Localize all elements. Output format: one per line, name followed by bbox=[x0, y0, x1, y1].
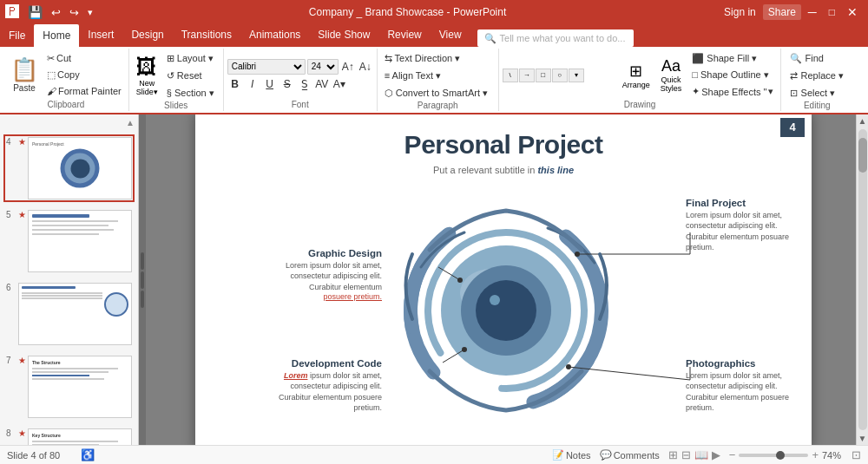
star-icon-7: ★ bbox=[18, 356, 26, 365]
shape-more-btn[interactable]: ▾ bbox=[569, 69, 584, 82]
search-placeholder: Tell me what you want to do... bbox=[500, 33, 626, 43]
increase-font-btn[interactable]: A↑ bbox=[340, 59, 356, 75]
search-box[interactable]: 🔍 Tell me what you want to do... bbox=[477, 29, 634, 47]
tab-animations[interactable]: Animations bbox=[240, 23, 309, 47]
tab-design[interactable]: Design bbox=[122, 23, 172, 47]
replace-button[interactable]: ⇄ Replace ▾ bbox=[786, 68, 846, 83]
strikethrough-btn[interactable]: S bbox=[279, 76, 295, 92]
cut-button[interactable]: ✂Cut bbox=[43, 50, 125, 66]
star-icon-4: ★ bbox=[18, 137, 26, 147]
slide-preview-5 bbox=[28, 210, 132, 272]
maximize-btn[interactable]: □ bbox=[824, 6, 840, 18]
svg-point-12 bbox=[575, 252, 580, 257]
shadow-btn[interactable]: S̲ bbox=[297, 76, 312, 92]
shape-rect-btn[interactable]: □ bbox=[536, 69, 551, 82]
slide-sorter-btn[interactable]: ⊟ bbox=[681, 448, 691, 461]
svg-point-5 bbox=[461, 265, 551, 356]
qa-customize[interactable]: ▾ bbox=[84, 5, 96, 20]
signin-link[interactable]: Sign in bbox=[719, 4, 761, 20]
shape-arrow-btn[interactable]: → bbox=[519, 69, 535, 82]
shape-fill-btn[interactable]: ⬛ Shape Fill ▾ bbox=[688, 51, 777, 67]
shape-oval-btn[interactable]: ○ bbox=[552, 69, 568, 82]
slide-preview-7: The Structure bbox=[28, 356, 132, 418]
tab-insert[interactable]: Insert bbox=[79, 23, 122, 47]
select-button[interactable]: ⊡ Select ▾ bbox=[786, 85, 846, 101]
svg-point-14 bbox=[462, 347, 467, 352]
slide-thumb-6[interactable]: 6 bbox=[3, 280, 135, 348]
normal-view-btn[interactable]: ⊞ bbox=[668, 448, 678, 461]
tab-slideshow[interactable]: Slide Show bbox=[309, 23, 378, 47]
tab-home[interactable]: Home bbox=[34, 24, 79, 47]
minimize-btn[interactable]: ─ bbox=[803, 5, 822, 19]
zoom-in-btn[interactable]: + bbox=[812, 448, 819, 461]
italic-btn[interactable]: I bbox=[245, 76, 260, 92]
decrease-font-btn[interactable]: A↓ bbox=[358, 59, 373, 75]
align-text-btn[interactable]: ≡ Align Text ▾ bbox=[381, 68, 444, 83]
fit-slide-btn[interactable]: ⊡ bbox=[852, 448, 861, 461]
tab-view[interactable]: View bbox=[431, 23, 470, 47]
scroll-thumb[interactable] bbox=[858, 138, 867, 173]
shape-outline-btn[interactable]: □ Shape Outline ▾ bbox=[688, 68, 777, 83]
quick-styles-button[interactable]: Aa Quick Styles bbox=[657, 56, 686, 94]
copy-button[interactable]: ⬚Copy bbox=[43, 67, 125, 82]
scroll-track bbox=[858, 129, 867, 430]
svg-point-2 bbox=[399, 204, 613, 417]
reading-view-btn[interactable]: 📖 bbox=[694, 448, 708, 461]
bold-btn[interactable]: B bbox=[227, 76, 243, 92]
slide-num-4: 4 bbox=[6, 137, 16, 147]
slide-thumb-8[interactable]: 8 ★ Key Structure bbox=[3, 426, 135, 445]
qa-save[interactable]: 💾 bbox=[24, 3, 46, 21]
star-icon-8: ★ bbox=[18, 428, 26, 438]
shape-line-btn[interactable]: \ bbox=[503, 69, 518, 82]
group-font: Calibri 24 A↑ A↓ B I U S S̲ AV A▾ Font bbox=[224, 49, 378, 111]
zoom-slider[interactable] bbox=[739, 454, 808, 457]
svg-point-3 bbox=[441, 245, 571, 376]
star-icon-5: ★ bbox=[18, 210, 26, 219]
qa-undo[interactable]: ↩ bbox=[48, 4, 64, 21]
font-size-select[interactable]: 24 bbox=[307, 59, 339, 75]
group-slides: 🖼 New Slide▾ ⊞ Layout ▾ ↺ Reset § Sectio… bbox=[129, 49, 224, 111]
zoom-out-btn[interactable]: − bbox=[729, 448, 736, 461]
reset-button[interactable]: ↺ Reset bbox=[163, 68, 218, 83]
qa-redo[interactable]: ↪ bbox=[66, 4, 82, 21]
slide-thumb-5[interactable]: 5 ★ bbox=[3, 207, 135, 275]
comments-btn[interactable]: 💬 Comments bbox=[600, 449, 660, 461]
slide-badge: 4 bbox=[780, 118, 805, 137]
tab-transitions[interactable]: Transitions bbox=[173, 23, 240, 47]
underline-btn[interactable]: U bbox=[262, 76, 278, 92]
svg-point-0 bbox=[376, 180, 637, 441]
section-button[interactable]: § Section ▾ bbox=[163, 85, 218, 101]
group-paragraph: ⇆ Text Direction ▾ ≡ Align Text ▾ ⬡ Conv… bbox=[378, 49, 499, 111]
scroll-up-btn[interactable]: ▲ bbox=[857, 114, 868, 127]
new-slide-button[interactable]: 🖼 New Slide▾ bbox=[135, 53, 160, 98]
tab-review[interactable]: Review bbox=[378, 23, 430, 47]
format-painter-button[interactable]: 🖌Format Painter bbox=[43, 83, 125, 99]
shape-effects-btn[interactable]: ✦ Shape Effects " ▾ bbox=[688, 84, 777, 100]
slide-num-5: 5 bbox=[6, 210, 16, 219]
layout-button[interactable]: ⊞ Layout ▾ bbox=[163, 50, 218, 66]
notes-btn[interactable]: 📝 Notes bbox=[552, 449, 591, 461]
panel-scroll-up[interactable]: ▲ bbox=[126, 118, 135, 127]
tab-file[interactable]: File bbox=[0, 24, 34, 47]
scroll-down-btn[interactable]: ▼ bbox=[857, 432, 868, 445]
convert-smartart-btn[interactable]: ⬡ Convert to SmartArt ▾ bbox=[381, 85, 491, 101]
paste-button[interactable]: 📋 Paste bbox=[7, 55, 42, 95]
arrange-button[interactable]: ⊞ Arrange bbox=[619, 61, 654, 90]
slide-info: Slide 4 of 80 bbox=[7, 450, 60, 461]
char-spacing-btn[interactable]: AV bbox=[314, 76, 330, 92]
font-color-btn[interactable]: A▾ bbox=[332, 76, 347, 92]
slide-preview-4: Personal Project bbox=[28, 137, 132, 199]
slide-canvas[interactable]: Personal Project Put a relevant subtitle… bbox=[195, 114, 812, 445]
font-family-select[interactable]: Calibri bbox=[227, 59, 306, 75]
find-button[interactable]: 🔍 Find bbox=[786, 50, 846, 66]
main-area: ▲ 4 ★ Personal Project 5 ★ bbox=[0, 114, 868, 445]
share-button[interactable]: Share bbox=[763, 4, 801, 20]
slideshow-btn[interactable]: ▶ bbox=[712, 448, 720, 461]
label-photographics: Photographics Lorem ipsum dolor sit amet… bbox=[686, 358, 803, 414]
slide-thumb-4[interactable]: 4 ★ Personal Project bbox=[3, 134, 135, 202]
close-btn[interactable]: ✕ bbox=[842, 5, 863, 19]
svg-point-17 bbox=[566, 364, 571, 369]
label-development-code: Development Code Lorem ipsum dolor sit a… bbox=[256, 358, 382, 414]
slide-thumb-7[interactable]: 7 ★ The Structure bbox=[3, 353, 135, 421]
text-direction-btn[interactable]: ⇆ Text Direction ▾ bbox=[381, 50, 464, 66]
